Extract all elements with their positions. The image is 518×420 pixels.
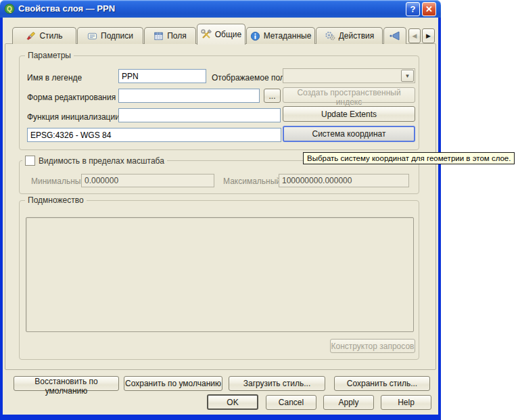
layer-properties-dialog: Q Свойства слоя — PPN ? ✕ Стиль Подписи xyxy=(0,0,518,420)
subset-group-title: Подмножество xyxy=(25,195,87,205)
crs-button[interactable]: Система координат xyxy=(283,126,415,142)
tab-label: Общие xyxy=(215,30,241,39)
tab-actions[interactable]: Действия xyxy=(316,27,383,44)
legend-name-input[interactable] xyxy=(118,69,206,83)
scale-visibility-title: Видимость в пределах масштаба xyxy=(39,156,164,166)
parameters-group-title: Параметры xyxy=(25,51,74,60)
table-icon xyxy=(154,31,164,41)
qgis-logo-icon: Q xyxy=(4,3,15,14)
speaker-icon xyxy=(389,30,401,41)
window-title: Свойства слоя — PPN xyxy=(18,3,115,14)
init-function-input[interactable] xyxy=(118,108,281,122)
tab-fields[interactable]: Поля xyxy=(144,27,196,44)
window-border-right xyxy=(438,18,441,415)
apply-button[interactable]: Apply xyxy=(323,395,374,410)
window-border-bottom xyxy=(0,415,441,420)
create-spatial-index-button: Создать пространственный индекс xyxy=(283,87,415,103)
init-function-label: Функция инициализации xyxy=(27,112,120,122)
gears-icon xyxy=(325,30,335,41)
tab-labels[interactable]: Подписи xyxy=(77,27,143,44)
chevron-down-icon: ▼ xyxy=(401,70,414,82)
restore-default-button[interactable]: Восстановить по умолчанию xyxy=(14,376,119,391)
tab-label: Стиль xyxy=(39,31,62,41)
query-builder-button: Конструктор запросов xyxy=(330,339,415,353)
update-extents-button[interactable]: Update Extents xyxy=(283,106,415,122)
load-style-button[interactable]: Загрузить стиль... xyxy=(229,376,325,391)
tab-label: Подписи xyxy=(101,31,133,41)
tab-style[interactable]: Стиль xyxy=(12,27,76,44)
title-bar[interactable]: Q Свойства слоя — PPN ? ✕ xyxy=(0,0,441,18)
legend-name-label: Имя в легенде xyxy=(27,73,82,83)
tools-icon xyxy=(201,29,212,40)
min-scale-input xyxy=(81,174,214,187)
tab-label: Действия xyxy=(339,31,375,41)
min-scale-label: Минимальный xyxy=(31,177,85,186)
save-default-button[interactable]: Сохранить по умолчанию xyxy=(124,376,222,391)
edit-form-input[interactable] xyxy=(118,89,260,103)
label-icon xyxy=(87,31,97,41)
scale-visibility-checkbox[interactable] xyxy=(25,156,35,166)
paintbrush-icon xyxy=(26,31,36,41)
display-field-dropdown: ▼ xyxy=(283,68,415,83)
edit-form-label: Форма редактирования xyxy=(27,93,116,102)
help-button[interactable]: Help xyxy=(381,395,431,410)
save-style-button[interactable]: Сохранить стиль... xyxy=(334,376,430,391)
max-scale-label: Максимальный xyxy=(223,177,281,186)
tab-scroll-right-icon[interactable]: ▶ xyxy=(422,28,435,43)
help-titlebar-button[interactable]: ? xyxy=(406,2,420,16)
tab-scroll-left-icon[interactable]: ◀ xyxy=(408,28,421,43)
crs-input[interactable] xyxy=(27,128,281,142)
subset-query-area[interactable] xyxy=(26,217,414,332)
close-icon[interactable]: ✕ xyxy=(422,2,436,16)
ok-button[interactable]: OK xyxy=(207,394,258,410)
display-field-label: Отображаемое поле xyxy=(212,73,289,83)
tab-label: Метаданные xyxy=(264,31,312,41)
svg-text:Q: Q xyxy=(7,5,12,13)
tab-partial[interactable] xyxy=(383,27,406,44)
cancel-button[interactable]: Cancel xyxy=(266,395,316,410)
info-icon xyxy=(250,31,260,41)
tab-general[interactable]: Общие xyxy=(197,24,245,45)
max-scale-input xyxy=(279,174,409,187)
tab-metadata[interactable]: Метаданные xyxy=(246,27,315,44)
window-border-left xyxy=(0,18,3,415)
tab-label: Поля xyxy=(167,31,187,41)
crs-tooltip: Выбрать систему координат для геометрии … xyxy=(303,152,515,164)
browse-button[interactable]: ... xyxy=(264,89,281,103)
